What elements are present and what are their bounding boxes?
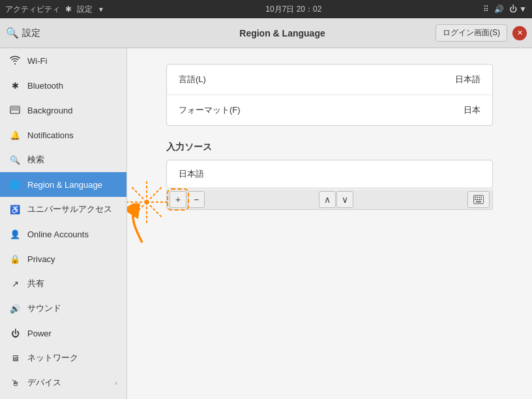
language-value: 日本語	[455, 74, 480, 85]
sidebar-item-privacy[interactable]: 🔒 Privacy	[0, 246, 126, 271]
sidebar-item-network[interactable]: 🖥 ネットワーク	[0, 346, 126, 370]
sidebar-item-power[interactable]: ⏻ Power	[0, 321, 126, 346]
bluetooth-label: Bluetooth	[27, 81, 63, 91]
settings-menu-label[interactable]: 設定	[77, 4, 93, 15]
power-label: Power	[27, 329, 52, 338]
sound-sidebar-icon: 🔊	[9, 303, 21, 314]
online-accounts-label: Online Accounts	[27, 229, 89, 239]
search-icon: 🔍	[9, 154, 21, 166]
sidebar-item-wifi[interactable]: Wi-Fi	[0, 48, 126, 73]
search-toggle-button[interactable]: 🔍	[5, 26, 20, 40]
sidebar-item-sound[interactable]: 🔊 サウンド	[0, 296, 126, 321]
arrow-annotation	[127, 203, 162, 249]
svg-rect-4	[477, 197, 478, 198]
notifications-label: Notifications	[27, 130, 74, 140]
notifications-icon: 🔔	[9, 129, 21, 141]
svg-rect-6	[480, 197, 482, 198]
sidebar-item-universal[interactable]: ♿ ユニバーサルアクセス	[0, 197, 126, 222]
header-bar-left: 🔍 設定	[5, 26, 129, 40]
wifi-label: Wi-Fi	[27, 56, 47, 66]
search-label: 検索	[27, 154, 44, 166]
share-label: 共有	[27, 278, 44, 289]
svg-rect-11	[476, 201, 481, 203]
power-icon: ⏻	[9, 327, 21, 339]
input-sources-heading: 入力ソース	[166, 141, 493, 153]
background-icon	[9, 104, 21, 116]
input-sources-list: 日本語	[166, 160, 493, 188]
region-language-title: Region & Language	[239, 28, 325, 38]
region-label: Region & Language	[27, 180, 102, 190]
power-menu-icon[interactable]: ⏻ ▼	[509, 5, 527, 14]
wifi-icon	[9, 55, 21, 66]
region-icon: 🌐	[9, 179, 21, 190]
devices-chevron-icon: ›	[115, 379, 117, 387]
sound-label: サウンド	[27, 303, 61, 314]
network-status-icon: ⠿	[483, 5, 489, 14]
sidebar-item-bluetooth[interactable]: ✱ Bluetooth	[0, 73, 126, 98]
sound-icon: 🔊	[494, 5, 504, 14]
keyboard-settings-button[interactable]	[467, 191, 490, 208]
network-label: ネットワーク	[27, 352, 78, 364]
main-content: 言語(L) 日本語 フォーマット(F) 日本 入力ソース 日本語 + −	[127, 48, 532, 399]
devices-icon: 🖱	[9, 377, 21, 389]
keyboard-icon	[473, 195, 484, 204]
language-label: 言語(L)	[179, 74, 206, 85]
svg-line-16	[132, 187, 147, 202]
devices-label: デバイス	[27, 377, 61, 389]
background-label: Background	[27, 106, 72, 115]
header-bar-right: ログイン画面(S) ✕	[436, 24, 527, 42]
format-row: フォーマット(F) 日本	[167, 95, 492, 125]
sidebar: Wi-Fi ✱ Bluetooth Background 🔔 Notificat…	[0, 48, 127, 399]
settings-heading: 設定	[22, 27, 40, 39]
share-icon: ↗	[9, 278, 21, 289]
add-input-source-button[interactable]: +	[170, 191, 186, 208]
sidebar-item-notifications[interactable]: 🔔 Notifications	[0, 123, 126, 147]
svg-rect-5	[479, 197, 480, 198]
header-bar: 🔍 設定 Region & Language ログイン画面(S) ✕	[0, 18, 532, 48]
network-icon: 🖥	[9, 352, 21, 364]
privacy-label: Privacy	[27, 254, 55, 264]
system-topbar: アクティビティ ✱ 設定 ▼ 10月7日 20：02 ⠿ 🔊 ⏻ ▼	[0, 0, 532, 18]
move-down-button[interactable]: ∨	[336, 191, 353, 208]
sidebar-item-region[interactable]: 🌐 Region & Language	[0, 172, 126, 197]
move-buttons-group: ∧ ∨	[319, 191, 353, 208]
close-window-button[interactable]: ✕	[512, 26, 527, 40]
bluetooth-icon: ✱	[9, 80, 21, 91]
universal-label: ユニバーサルアクセス	[27, 203, 112, 215]
settings-window: 🔍 設定 Region & Language ログイン画面(S) ✕	[0, 18, 532, 399]
menu-arrow-icon: ▼	[98, 6, 104, 13]
universal-icon: ♿	[9, 203, 21, 215]
topbar-left: アクティビティ ✱ 設定 ▼	[5, 4, 104, 15]
svg-rect-9	[479, 199, 480, 200]
activities-label[interactable]: アクティビティ	[5, 4, 60, 15]
privacy-icon: 🔒	[9, 253, 21, 265]
move-up-button[interactable]: ∧	[319, 191, 336, 208]
svg-line-19	[147, 202, 162, 217]
list-item[interactable]: 日本語	[167, 160, 492, 188]
input-sources-section: 入力ソース 日本語 + − ∧ ∨	[166, 141, 493, 210]
svg-rect-7	[475, 199, 476, 200]
sidebar-item-background[interactable]: Background	[0, 98, 126, 123]
svg-rect-3	[475, 197, 476, 198]
sidebar-item-share[interactable]: ↗ 共有	[0, 271, 126, 296]
topbar-center: 10月7日 20：02	[265, 4, 321, 15]
input-sources-toolbar: + − ∧ ∨	[166, 190, 493, 210]
window-title: Region & Language	[134, 28, 430, 38]
svg-rect-1	[10, 106, 20, 111]
topbar-right: ⠿ 🔊 ⏻ ▼	[483, 5, 527, 14]
format-label: フォーマット(F)	[179, 104, 241, 116]
language-format-card: 言語(L) 日本語 フォーマット(F) 日本	[166, 64, 493, 126]
svg-rect-10	[480, 199, 482, 200]
sidebar-item-devices[interactable]: 🖱 デバイス ›	[0, 370, 126, 395]
login-screen-button[interactable]: ログイン画面(S)	[436, 24, 507, 42]
sidebar-item-search[interactable]: 🔍 検索	[0, 147, 126, 172]
svg-line-18	[132, 202, 147, 217]
svg-rect-8	[477, 199, 478, 200]
content-area: Wi-Fi ✱ Bluetooth Background 🔔 Notificat…	[0, 48, 532, 399]
language-row: 言語(L) 日本語	[167, 65, 492, 95]
online-accounts-icon: 👤	[9, 228, 21, 240]
settings-menu-icon: ✱	[65, 5, 72, 14]
sidebar-item-online-accounts[interactable]: 👤 Online Accounts	[0, 222, 126, 246]
svg-line-17	[147, 187, 162, 202]
remove-input-source-button[interactable]: −	[188, 191, 205, 208]
